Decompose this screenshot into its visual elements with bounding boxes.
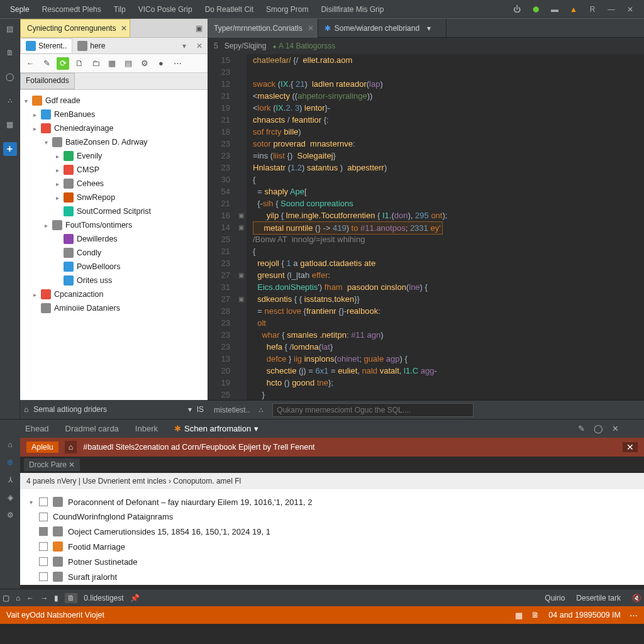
dropdown-icon[interactable]: ▾	[427, 24, 431, 33]
menu-item[interactable]: Disillfirate Mis Grip	[314, 3, 390, 16]
edit-icon[interactable]: ✎	[578, 424, 585, 433]
fwd-icon[interactable]: →	[40, 594, 48, 602]
home-icon[interactable]: ⌂	[65, 441, 77, 453]
tree-node[interactable]: ▾BatieZonsen D. Adrway	[20, 135, 208, 149]
plus-icon[interactable]: ⊕	[7, 458, 13, 467]
gear-icon[interactable]: ⚙	[7, 511, 14, 519]
new-file-icon[interactable]: 🗋	[73, 57, 86, 70]
filter-tab[interactable]: Fotailonedds	[20, 73, 75, 89]
bottom-tab[interactable]: Dradmel carda	[65, 424, 119, 433]
query-input[interactable]	[272, 403, 474, 417]
menu-item[interactable]: Tilp	[108, 3, 132, 16]
bottom-tab[interactable]: Ehead	[25, 424, 49, 433]
tree-node[interactable]: Condly	[20, 246, 208, 260]
tree-node[interactable]: PowBelloors	[20, 260, 208, 274]
task-item[interactable]: ▾Poraconnent of Defonant – fay niaurdary…	[26, 494, 638, 509]
task-item[interactable]: Suraft jralorht	[26, 569, 638, 584]
tree-node[interactable]: ▸CMSP	[20, 163, 208, 177]
status-b[interactable]: Desertile tark	[576, 594, 621, 602]
doc-icon[interactable]: 🗎	[65, 593, 77, 603]
tree-node[interactable]: SoutCormed Scitprist	[20, 204, 208, 218]
edit-icon[interactable]: ✎	[40, 57, 53, 70]
code-editor[interactable]: chatleefar/ {/ ellet.rato.aomswack (IX.{…	[247, 54, 644, 400]
circle-icon[interactable]: ◯	[4, 70, 16, 83]
list-icon[interactable]: ▤	[122, 57, 135, 70]
bottom-tab[interactable]: Inberk	[135, 424, 158, 433]
chevron-icon[interactable]: ▾	[43, 139, 49, 146]
tree-node[interactable]: ▸RenBanues	[20, 108, 208, 121]
checkbox[interactable]	[39, 557, 48, 566]
add-icon[interactable]: +	[3, 142, 17, 156]
dot-icon[interactable]: ●	[155, 57, 167, 70]
vc-icon[interactable]: ⅄	[8, 475, 13, 484]
grid-icon[interactable]: ▦	[515, 611, 523, 620]
checkbox[interactable]	[39, 542, 48, 551]
diamond-icon[interactable]: ◈	[8, 493, 13, 502]
more-icon[interactable]: ⋯	[630, 611, 638, 620]
folder-icon[interactable]: 🗀	[89, 57, 102, 70]
power-icon[interactable]: ⏻	[512, 4, 522, 14]
menu-item[interactable]: Do Reatlelt Cit	[199, 3, 260, 16]
checkbox[interactable]	[39, 527, 48, 536]
chevron-icon[interactable]: ▾	[23, 97, 29, 104]
chevron-icon[interactable]: ▸	[31, 125, 38, 132]
editor-tab[interactable]: Typer/mrnnettion.Conriatls ✕	[208, 19, 318, 38]
task-item[interactable]: Ooject Camerutionsides 15, 1854 16, 150,…	[26, 524, 638, 539]
file-icon[interactable]: 🗎	[4, 47, 16, 59]
project-icon[interactable]: ▤	[4, 23, 16, 35]
search-label[interactable]: Semal adtiong driders	[33, 405, 182, 414]
back-icon[interactable]: ←	[24, 57, 36, 70]
tree-node[interactable]: ▾Gdf reade	[20, 94, 208, 108]
chevron-icon[interactable]: ▸	[54, 194, 60, 201]
tool-icon[interactable]: ⚙	[138, 57, 151, 70]
secondary-tab[interactable]: Sterent..	[20, 38, 72, 53]
task-item[interactable]: Potner Sustinetade	[26, 554, 638, 569]
mute-icon[interactable]: 🔇	[632, 594, 641, 602]
people-icon[interactable]: ⛬	[4, 94, 16, 107]
menu-item[interactable]: VICo Posle Grip	[132, 3, 199, 16]
chevron-icon[interactable]: ▸	[54, 180, 60, 187]
breadcrumb-path[interactable]: Sepy/Slqjing	[225, 42, 267, 50]
chevron-icon[interactable]: ▸	[54, 167, 60, 174]
secondary-tab[interactable]: here	[72, 39, 110, 53]
bottom-tab[interactable]: ✱ Schen arfromation ▾	[174, 424, 258, 433]
close-icon[interactable]: ✕	[625, 4, 635, 14]
dark-tab[interactable]: Drock Pare ✕	[24, 458, 80, 471]
user-icon[interactable]: ▲	[569, 4, 579, 14]
tab-overflow-icon[interactable]: ▣	[191, 24, 208, 33]
home-icon[interactable]: ⌂	[16, 594, 20, 602]
tree-node[interactable]: ▸Evenily	[20, 149, 208, 163]
close-icon[interactable]: ✕	[191, 42, 208, 50]
circle-icon[interactable]: ◯	[594, 424, 603, 433]
tree-node[interactable]: Aminoiie Dataniers	[20, 301, 208, 315]
task-item[interactable]: Footid Marriage	[26, 539, 638, 554]
tree-node[interactable]: Dewillerdes	[20, 232, 208, 246]
run-label[interactable]: mistetlest..	[214, 406, 250, 414]
doc-icon[interactable]: 🗎	[531, 611, 540, 619]
close-icon[interactable]: ✕	[612, 424, 619, 433]
editor-tab[interactable]: ✱ Some/wiarden chelbriand ▾	[318, 19, 447, 38]
grid-icon[interactable]: ▦	[106, 57, 118, 70]
menu-item[interactable]: Seple	[4, 3, 36, 16]
tree-node[interactable]: ▸Cehees	[20, 177, 208, 191]
tree-node[interactable]: ▸Cpcanizaction	[20, 287, 208, 301]
home-icon[interactable]: ⌂	[8, 440, 12, 449]
minimize-icon[interactable]: —	[606, 4, 616, 14]
r-icon[interactable]: R	[587, 4, 597, 14]
db-icon[interactable]: ▦	[4, 118, 16, 131]
chevron-icon[interactable]: ▸	[31, 291, 38, 298]
back-icon[interactable]: ←	[26, 594, 34, 602]
tree-node[interactable]: ▸SnwRepop	[20, 191, 208, 204]
dropdown-icon[interactable]: ▾	[177, 42, 191, 50]
box-icon[interactable]: ▢	[3, 594, 9, 602]
dropdown-icon[interactable]: ▾	[188, 405, 192, 414]
tree-node[interactable]: ▸Cheniedrayinage	[20, 121, 208, 135]
chevron-icon[interactable]: ▸	[43, 222, 49, 229]
bug-icon[interactable]: ⬢	[531, 4, 541, 14]
close-icon[interactable]: ✕	[308, 24, 314, 33]
close-icon[interactable]: ✕	[623, 442, 638, 452]
checkbox[interactable]	[39, 513, 48, 521]
task-item[interactable]: CoundWorinfnglond Pataignrams	[26, 509, 638, 524]
status-a[interactable]: Quirio	[545, 594, 565, 602]
task-breadcrumb[interactable]: 4 panels nVery | Use Dvnerient emt incle…	[20, 473, 644, 489]
